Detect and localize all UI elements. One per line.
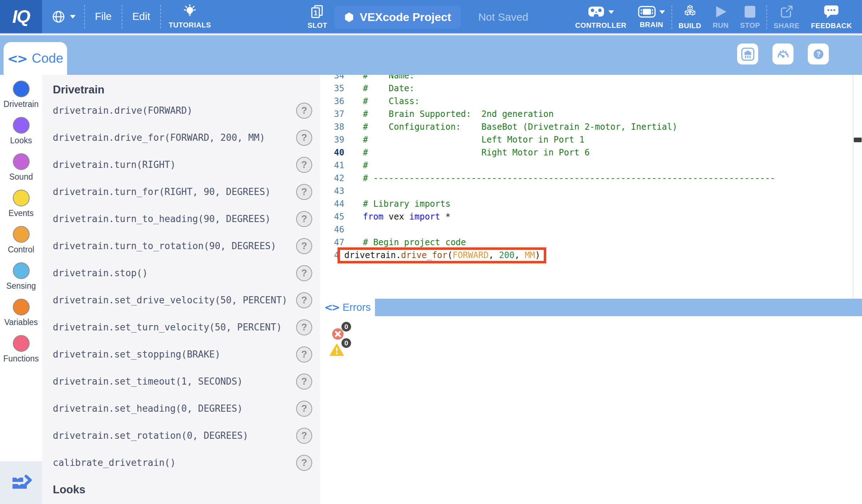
device-info-button[interactable] bbox=[737, 43, 758, 65]
category-label: Looks bbox=[10, 136, 32, 145]
command-row: drivetrain.turn_to_heading(90, DEGREES)? bbox=[53, 205, 312, 232]
command-text[interactable]: drivetrain.set_turn_velocity(50, PERCENT… bbox=[53, 322, 282, 333]
code-text: # Class: bbox=[363, 96, 420, 106]
sidebar-category-looks[interactable]: Looks bbox=[0, 117, 42, 145]
command-help-button[interactable]: ? bbox=[296, 455, 312, 471]
command-help-button[interactable]: ? bbox=[296, 157, 312, 173]
code-token: import bbox=[409, 212, 440, 222]
dashboard-button[interactable] bbox=[772, 43, 793, 65]
stop-button[interactable]: STOP bbox=[734, 1, 766, 34]
sidebar-category-events[interactable]: Events bbox=[0, 190, 42, 218]
sidebar-category-variables[interactable]: Variables bbox=[0, 299, 42, 327]
tab-code[interactable]: <> Code bbox=[4, 42, 67, 75]
project-name-button[interactable]: VEXcode Project bbox=[334, 6, 461, 29]
chevron-down-icon[interactable] bbox=[608, 10, 614, 17]
code-line: 40# Right Motor in Port 6 bbox=[320, 146, 862, 159]
highlighted-code: drivetrain.drive_for(FORWARD, 200, MM) bbox=[338, 247, 546, 263]
sidebar-category-sound[interactable]: Sound bbox=[0, 153, 42, 182]
feedback-bubble-icon bbox=[823, 4, 839, 19]
build-cubes-icon bbox=[683, 4, 698, 19]
line-number: 34 bbox=[320, 75, 344, 81]
code-token: FORWARD bbox=[452, 250, 488, 260]
code-text: # Brain Supported: 2nd generation bbox=[363, 109, 554, 119]
command-help-button[interactable]: ? bbox=[296, 211, 312, 227]
command-help-button[interactable]: ? bbox=[296, 130, 312, 146]
command-row: drivetrain.set_rotation(0, DEGREES)? bbox=[53, 422, 312, 449]
command-text[interactable]: drivetrain.set_stopping(BRAKE) bbox=[53, 349, 220, 360]
globe-icon bbox=[51, 10, 66, 24]
line-number: 42 bbox=[320, 173, 344, 183]
command-row: drivetrain.turn_to_rotation(90, DEGREES)… bbox=[53, 232, 312, 259]
help-button[interactable]: ? bbox=[808, 43, 829, 65]
sidebar-category-control[interactable]: Control bbox=[0, 226, 42, 254]
command-text[interactable]: drivetrain.turn(RIGHT) bbox=[53, 159, 176, 170]
line-number: 36 bbox=[320, 96, 344, 106]
command-text[interactable]: drivetrain.stop() bbox=[53, 268, 148, 278]
command-help-button[interactable]: ? bbox=[296, 401, 312, 417]
command-help-button[interactable]: ? bbox=[296, 319, 312, 335]
code-text: # Left Motor in Port 1 bbox=[363, 135, 584, 145]
edit-menu[interactable]: Edit bbox=[123, 0, 159, 33]
code-editor[interactable]: 34# Name:35# Date:36# Class:37# Brain Su… bbox=[320, 75, 862, 504]
toolbar-divider bbox=[122, 5, 122, 29]
command-text[interactable]: drivetrain.turn_to_rotation(90, DEGREES) bbox=[53, 241, 276, 251]
command-text[interactable]: drivetrain.turn_to_heading(90, DEGREES) bbox=[53, 214, 270, 224]
code-text: from vex import * bbox=[363, 212, 451, 222]
command-list: drivetrain.drive(FORWARD)?drivetrain.dri… bbox=[53, 97, 312, 476]
chevron-down-icon[interactable] bbox=[659, 10, 665, 17]
command-text[interactable]: drivetrain.set_rotation(0, DEGREES) bbox=[53, 430, 248, 441]
sidebar-category-functions[interactable]: Functions bbox=[0, 335, 42, 364]
command-row: drivetrain.set_drive_velocity(50, PERCEN… bbox=[53, 287, 312, 314]
code-token: 200 bbox=[499, 250, 514, 260]
sidebar-category-sensing[interactable]: Sensing bbox=[0, 262, 42, 291]
feedback-button[interactable]: FEEDBACK bbox=[805, 1, 858, 34]
command-help-button[interactable]: ? bbox=[296, 265, 312, 281]
command-text[interactable]: calibrate_drivetrain() bbox=[53, 457, 176, 468]
gauge-icon bbox=[776, 47, 791, 62]
scrollbar-thumb[interactable] bbox=[854, 138, 862, 142]
share-icon bbox=[779, 4, 794, 19]
command-text[interactable]: drivetrain.set_heading(0, DEGREES) bbox=[53, 403, 243, 414]
command-help-button[interactable]: ? bbox=[296, 238, 312, 254]
command-help-button[interactable]: ? bbox=[296, 103, 312, 119]
command-help-button[interactable]: ? bbox=[296, 428, 312, 444]
tutorials-button[interactable]: TUTORIALS bbox=[162, 0, 218, 33]
category-label: Variables bbox=[4, 318, 38, 327]
code-token: # Class: bbox=[363, 96, 420, 106]
run-button[interactable]: RUN bbox=[707, 1, 734, 34]
language-menu[interactable] bbox=[42, 0, 83, 33]
tab-errors[interactable]: <> Errors bbox=[320, 299, 375, 316]
share-button[interactable]: SHARE bbox=[768, 1, 805, 34]
vexcode-app: IQ File Edit bbox=[0, 0, 862, 504]
sidebar-category-drivetrain[interactable]: Drivetrain bbox=[0, 81, 42, 109]
category-label: Drivetrain bbox=[4, 99, 39, 109]
command-help-button[interactable]: ? bbox=[296, 374, 312, 390]
code-text: # --------------------------------------… bbox=[363, 173, 775, 183]
line-number: 44 bbox=[320, 199, 344, 209]
code-text: # bbox=[363, 160, 368, 170]
file-menu[interactable]: File bbox=[86, 0, 121, 33]
command-text[interactable]: drivetrain.set_timeout(1, SECONDS) bbox=[53, 376, 243, 387]
blocks-code-toggle-button[interactable] bbox=[0, 461, 42, 504]
toolbar-divider bbox=[84, 5, 85, 29]
line-number: 40 bbox=[320, 148, 344, 158]
command-help-button[interactable]: ? bbox=[296, 346, 312, 362]
command-row: drivetrain.set_timeout(1, SECONDS)? bbox=[53, 368, 312, 395]
command-text[interactable]: drivetrain.set_drive_velocity(50, PERCEN… bbox=[53, 295, 287, 305]
controller-button[interactable]: CONTROLLER bbox=[569, 1, 632, 34]
code-line: 39# Left Motor in Port 1 bbox=[320, 133, 862, 146]
build-button[interactable]: BUILD bbox=[673, 1, 707, 34]
lightbulb-icon bbox=[183, 4, 197, 19]
command-help-button[interactable]: ? bbox=[296, 292, 312, 308]
code-lines: 34# Name:35# Date:36# Class:37# Brain Su… bbox=[320, 75, 862, 262]
command-text[interactable]: drivetrain.turn_for(RIGHT, 90, DEGREES) bbox=[53, 186, 270, 197]
command-text[interactable]: drivetrain.drive_for(FORWARD, 200, MM) bbox=[53, 132, 265, 143]
toolbar-divider bbox=[766, 5, 767, 29]
category-rail: DrivetrainLooksSoundEventsControlSensing… bbox=[0, 75, 42, 364]
brain-button[interactable]: BRAIN bbox=[632, 1, 671, 34]
command-help-button[interactable]: ? bbox=[296, 184, 312, 200]
code-token: # Library imports bbox=[363, 199, 451, 209]
command-row: drivetrain.set_turn_velocity(50, PERCENT… bbox=[53, 314, 312, 341]
slot-button[interactable]: 1 SLOT bbox=[308, 5, 327, 30]
command-text[interactable]: drivetrain.drive(FORWARD) bbox=[53, 105, 192, 116]
